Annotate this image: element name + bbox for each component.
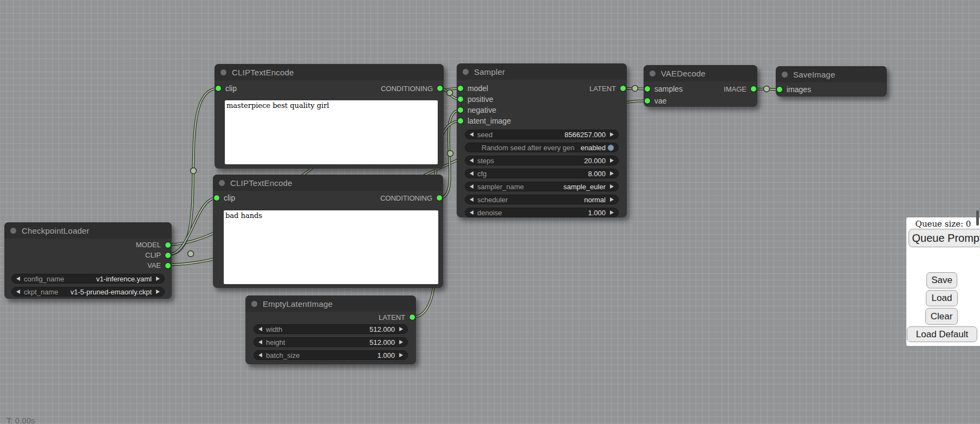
load-button[interactable]: Load	[926, 290, 958, 306]
decrement-arrow-icon[interactable]	[258, 353, 262, 357]
input-connector-icon[interactable]	[458, 118, 463, 124]
output-connector-icon[interactable]	[620, 86, 626, 91]
load-default-button[interactable]: Load Default	[907, 326, 977, 342]
wire-clip-to-negative-encode	[169, 198, 217, 254]
input-connector-icon[interactable]	[458, 86, 463, 91]
node-title-bar[interactable]: CheckpointLoader	[4, 222, 172, 239]
collapse-dot-icon[interactable]	[251, 301, 257, 307]
decrement-arrow-icon[interactable]	[16, 290, 20, 294]
output-slot-conditioning[interactable]: CONDITIONING	[381, 83, 444, 94]
decrement-arrow-icon[interactable]	[470, 210, 473, 215]
collapse-dot-icon[interactable]	[463, 69, 469, 75]
increment-arrow-icon[interactable]	[610, 171, 614, 176]
increment-arrow-icon[interactable]	[610, 197, 614, 202]
input-connector-icon[interactable]	[645, 86, 650, 92]
decrement-arrow-icon[interactable]	[470, 171, 473, 176]
input-slot-positive[interactable]: positive	[457, 94, 493, 105]
positive-prompt-textarea[interactable]: masterpiece best quality girl	[225, 100, 438, 164]
increment-arrow-icon[interactable]	[156, 277, 160, 281]
output-slot-vae[interactable]: VAE	[147, 260, 172, 271]
increment-arrow-icon[interactable]	[610, 184, 614, 189]
node-title-bar[interactable]: VAEDecode	[644, 65, 757, 81]
increment-arrow-icon[interactable]	[156, 290, 160, 294]
decrement-arrow-icon[interactable]	[16, 277, 20, 281]
collapse-dot-icon[interactable]	[782, 72, 788, 78]
node-sampler[interactable]: Sampler model LATENT positive negative	[457, 63, 627, 217]
output-connector-icon[interactable]	[437, 86, 443, 91]
save-button[interactable]: Save	[926, 272, 957, 288]
node-title-bar[interactable]: SaveImage	[776, 66, 887, 82]
node-saveimage[interactable]: SaveImage images	[776, 66, 887, 97]
output-connector-icon[interactable]	[751, 86, 756, 92]
widget-ckpt-name[interactable]: ckpt_name v1-5-pruned-emaonly.ckpt	[11, 287, 165, 297]
increment-arrow-icon[interactable]	[399, 353, 403, 357]
decrement-arrow-icon[interactable]	[470, 197, 473, 202]
negative-prompt-textarea[interactable]: bad hands	[224, 210, 438, 284]
output-slot-conditioning[interactable]: CONDITIONING	[380, 192, 443, 203]
output-connector-icon[interactable]	[410, 314, 415, 320]
comfyui-canvas[interactable]: { "canvas": { "timer_label": "T: 0.00s" …	[0, 0, 980, 424]
input-slot-model[interactable]: model	[457, 83, 488, 94]
increment-arrow-icon[interactable]	[610, 210, 614, 215]
input-slot-images[interactable]: images	[776, 84, 811, 95]
widget-steps[interactable]: steps 20.000	[465, 156, 619, 165]
widget-cfg[interactable]: cfg 8.000	[465, 169, 619, 178]
node-title-bar[interactable]: CLIPTextEncode	[213, 175, 443, 191]
node-title-bar[interactable]: CLIPTextEncode	[215, 64, 444, 80]
decrement-arrow-icon[interactable]	[258, 340, 262, 344]
decrement-arrow-icon[interactable]	[470, 158, 473, 163]
clear-button[interactable]: Clear	[925, 308, 958, 325]
input-connector-icon[interactable]	[777, 87, 782, 92]
increment-arrow-icon[interactable]	[610, 132, 614, 137]
input-slot-negative[interactable]: negative	[457, 105, 496, 115]
output-slot-latent[interactable]: LATENT	[589, 83, 627, 94]
decrement-arrow-icon[interactable]	[470, 132, 473, 137]
output-connector-icon[interactable]	[437, 195, 442, 201]
node-emptylatentimage[interactable]: EmptyLatentImage LATENT width 512.000 he…	[245, 295, 416, 364]
input-slot-vae[interactable]: vae	[644, 95, 667, 107]
input-slot-samples[interactable]: samples	[644, 83, 683, 95]
output-slot-model[interactable]: MODEL	[136, 240, 172, 250]
node-cliptextencode-negative[interactable]: CLIPTextEncode clip CONDITIONING bad han…	[213, 175, 443, 288]
widget-height[interactable]: height 512.000	[254, 337, 408, 347]
collapse-dot-icon[interactable]	[220, 69, 226, 75]
widget-width[interactable]: width 512.000	[254, 324, 408, 334]
node-title-bar[interactable]: Sampler	[457, 63, 627, 80]
queue-prompt-button[interactable]: Queue Prompt	[908, 229, 980, 247]
input-connector-icon[interactable]	[645, 98, 650, 104]
input-connector-icon[interactable]	[458, 97, 463, 102]
increment-arrow-icon[interactable]	[399, 340, 403, 344]
output-connector-icon[interactable]	[165, 253, 171, 258]
node-checkpointloader[interactable]: CheckpointLoader MODEL CLIP VAE config_n…	[4, 222, 172, 299]
increment-arrow-icon[interactable]	[399, 327, 403, 331]
widget-random-seed-toggle[interactable]: Random seed after every gen enabled	[465, 143, 619, 152]
decrement-arrow-icon[interactable]	[258, 327, 262, 331]
output-connector-icon[interactable]	[165, 242, 171, 248]
node-vaedecode[interactable]: VAEDecode samples IMAGE vae	[644, 65, 757, 107]
widget-denoise[interactable]: denoise 1.000	[465, 208, 619, 217]
scrollbar-thumb[interactable]	[976, 210, 979, 226]
collapse-dot-icon[interactable]	[650, 70, 656, 76]
collapse-dot-icon[interactable]	[219, 180, 225, 186]
input-connector-icon[interactable]	[214, 195, 219, 201]
output-slot-image[interactable]: IMAGE	[724, 83, 757, 95]
input-slot-clip[interactable]: clip	[213, 192, 235, 203]
output-slot-clip[interactable]: CLIP	[145, 250, 172, 260]
widget-seed[interactable]: seed 8566257.000	[465, 130, 619, 139]
output-connector-icon[interactable]	[165, 263, 171, 268]
widget-scheduler[interactable]: scheduler normal	[465, 195, 619, 204]
input-connector-icon[interactable]	[216, 86, 221, 91]
node-cliptextencode-positive[interactable]: CLIPTextEncode clip CONDITIONING masterp…	[215, 64, 444, 169]
decrement-arrow-icon[interactable]	[470, 184, 473, 189]
widget-config-name[interactable]: config_name v1-inference.yaml	[11, 274, 165, 284]
input-slot-clip[interactable]: clip	[215, 83, 237, 94]
collapse-dot-icon[interactable]	[10, 228, 16, 234]
widget-batch-size[interactable]: batch_size 1.000	[254, 350, 408, 360]
widget-sampler-name[interactable]: sampler_name sample_euler	[465, 182, 619, 191]
toggle-indicator-icon[interactable]	[608, 145, 614, 151]
node-title-bar[interactable]: EmptyLatentImage	[245, 295, 416, 312]
input-slot-latent-image[interactable]: latent_image	[457, 115, 511, 126]
input-connector-icon[interactable]	[458, 107, 463, 113]
output-slot-latent[interactable]: LATENT	[379, 312, 416, 323]
increment-arrow-icon[interactable]	[610, 158, 614, 163]
